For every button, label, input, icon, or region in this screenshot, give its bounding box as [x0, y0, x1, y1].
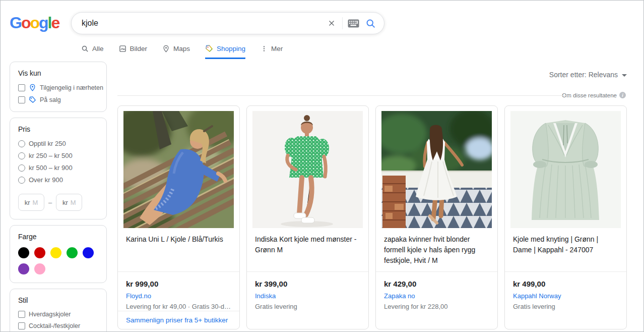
merchant-link[interactable]: Zapaka no — [384, 292, 489, 300]
filter-box-price: Pris Opptil kr 250 kr 250 – kr 500 kr 50… — [10, 118, 107, 219]
product-pricing: kr 499,00 Kappahl Norway Gratis levering — [505, 271, 626, 329]
product-price: kr 429,00 — [384, 280, 489, 288]
style-option-1[interactable]: Hverdagskjoler — [18, 311, 101, 318]
product-price: kr 999,00 — [126, 280, 231, 288]
search-input[interactable] — [72, 19, 323, 28]
close-icon[interactable] — [323, 15, 340, 32]
chevron-down-icon — [622, 74, 627, 77]
product-image[interactable] — [247, 106, 368, 228]
filter-option-label: På salg — [40, 96, 61, 103]
result-tabs: Alle Bilder Maps Shopping Mer — [81, 44, 283, 59]
tab-label: Alle — [92, 45, 104, 52]
filter-box-color: Farge — [10, 225, 107, 283]
color-swatches — [18, 247, 99, 274]
search-bar[interactable] — [71, 12, 384, 34]
price-option-label: Over kr 900 — [29, 176, 63, 184]
location-pin-icon — [162, 45, 170, 52]
price-option-label: kr 500 – kr 900 — [29, 164, 73, 172]
color-swatch-blue[interactable] — [83, 247, 94, 258]
radio[interactable] — [18, 152, 25, 159]
filter-box-style: Stil Hverdagskjoler Cocktail-/festkjoler… — [10, 289, 107, 332]
checkbox[interactable] — [18, 322, 25, 329]
product-title[interactable]: zapaka kvinner hvit blonder formell kjol… — [376, 228, 497, 271]
color-swatch-green[interactable] — [67, 247, 78, 258]
logo-letter: G — [10, 14, 21, 32]
product-card: Kjole med knyting | Grønn | Dame | Kappa… — [504, 105, 627, 329]
product-pricing: kr 999,00 Floyd.no Levering for kr 49,00… — [118, 271, 239, 311]
radio[interactable] — [18, 177, 25, 184]
checkbox[interactable] — [18, 311, 25, 318]
color-swatch-red[interactable] — [34, 247, 45, 258]
product-image[interactable] — [505, 106, 626, 228]
logo-letter: g — [39, 14, 48, 32]
product-pricing: kr 429,00 Zapaka no Levering for kr 228,… — [376, 271, 497, 329]
filter-title: Vis kun — [18, 69, 101, 77]
product-title[interactable]: Karina Uni L / Kjole / Blå/Turkis — [118, 228, 239, 271]
sort-dropdown[interactable]: Sorter etter: Relevans — [549, 71, 627, 79]
product-price: kr 499,00 — [513, 280, 618, 288]
product-image[interactable] — [376, 106, 497, 228]
price-option-4[interactable]: Over kr 900 — [18, 176, 101, 184]
shipping-info: Levering for kr 228,00 — [384, 303, 489, 310]
price-max-placeholder: M — [71, 199, 76, 206]
product-grid: Karina Uni L / Kjole / Blå/Turkis kr 999… — [117, 105, 627, 329]
tab-label: Shopping — [217, 45, 245, 52]
location-pin-icon — [29, 84, 36, 91]
sort-label: Sorter etter: Relevans — [549, 71, 618, 79]
about-results[interactable]: Om disse resultatene i — [562, 92, 626, 98]
tab-bilder[interactable]: Bilder — [119, 44, 148, 59]
color-swatch-yellow[interactable] — [50, 247, 61, 258]
logo-letter: o — [21, 14, 30, 32]
product-price: kr 399,00 — [255, 280, 360, 288]
price-range-inputs: kr M – kr M — [18, 194, 101, 211]
product-pricing: kr 399,00 Indiska Gratis levering — [247, 271, 368, 329]
tab-alle[interactable]: Alle — [81, 44, 104, 59]
radio[interactable] — [18, 164, 25, 172]
style-option-label: Cocktail-/festkjoler — [29, 322, 80, 329]
keyboard-icon[interactable] — [345, 15, 362, 32]
price-option-1[interactable]: Opptil kr 250 — [18, 140, 101, 147]
shipping-info: Gratis levering — [513, 303, 618, 310]
merchant-link[interactable]: Indiska — [255, 292, 360, 300]
product-title[interactable]: Indiska Kort kjole med mønster - Grønn M — [247, 228, 368, 271]
image-icon — [119, 45, 126, 52]
filter-option-on-sale[interactable]: På salg — [18, 96, 101, 103]
checkbox[interactable] — [18, 96, 25, 103]
checkbox[interactable] — [18, 84, 25, 91]
color-swatch-pink[interactable] — [34, 263, 45, 274]
product-card: zapaka kvinner hvit blonder formell kjol… — [375, 105, 498, 329]
color-swatch-purple[interactable] — [18, 263, 29, 274]
price-option-label: kr 250 – kr 500 — [29, 152, 73, 159]
results-divider — [117, 95, 571, 96]
tab-mer[interactable]: Mer — [261, 44, 283, 59]
merchant-link[interactable]: Kappahl Norway — [513, 292, 618, 300]
shipping-info: Gratis levering — [255, 303, 360, 310]
currency-prefix: kr — [62, 199, 68, 206]
product-title[interactable]: Kjole med knyting | Grønn | Dame | Kappa… — [505, 228, 626, 271]
price-option-2[interactable]: kr 250 – kr 500 — [18, 152, 101, 159]
product-image[interactable] — [118, 106, 239, 228]
logo-letter: e — [51, 14, 59, 32]
range-dash: – — [48, 199, 52, 206]
google-logo[interactable]: Google — [10, 14, 59, 32]
filter-option-nearby[interactable]: Tilgjengelig i nærheten — [18, 84, 101, 91]
radio[interactable] — [18, 140, 25, 147]
tab-maps[interactable]: Maps — [162, 44, 190, 59]
price-max-input[interactable]: kr M — [56, 194, 82, 211]
tag-icon — [29, 96, 36, 103]
search-icon[interactable] — [362, 15, 379, 32]
style-option-2[interactable]: Cocktail-/festkjoler — [18, 322, 101, 329]
tab-label: Mer — [271, 45, 283, 52]
merchant-link[interactable]: Floyd.no — [126, 292, 231, 300]
logo-letter: o — [30, 14, 39, 32]
price-option-3[interactable]: kr 500 – kr 900 — [18, 164, 101, 172]
price-min-input[interactable]: kr M — [18, 194, 44, 211]
tab-shopping[interactable]: Shopping — [205, 44, 245, 59]
compare-prices-link[interactable]: Sammenlign priser fra 5+ butikker — [118, 311, 239, 329]
info-icon: i — [619, 92, 626, 98]
product-card: Karina Uni L / Kjole / Blå/Turkis kr 999… — [117, 105, 240, 329]
filter-title: Stil — [18, 296, 101, 304]
price-min-placeholder: M — [33, 199, 38, 206]
color-swatch-black[interactable] — [18, 247, 29, 258]
tab-label: Bilder — [130, 45, 148, 52]
